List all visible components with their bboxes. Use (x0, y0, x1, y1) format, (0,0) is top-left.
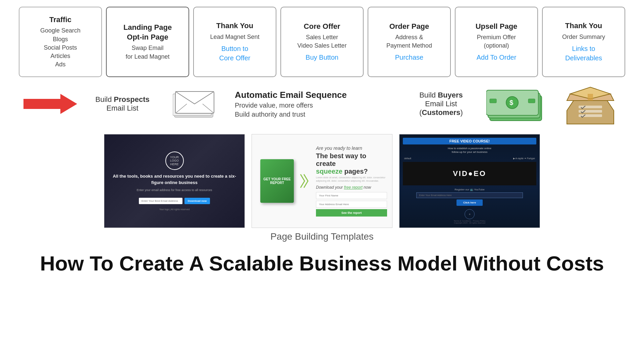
bottom-headline: How To Create A Scalable Business Model … (10, 249, 634, 282)
chevrons-icon (300, 171, 310, 191)
sw-field1[interactable] (316, 192, 387, 199)
coreoffer-subtitle: Sales LetterVideo Sales Letter (298, 33, 347, 50)
sw-headline-italic: Are you ready to learn (316, 145, 387, 151)
svg-rect-12 (528, 99, 535, 103)
sw-title-line1: The best way to create (316, 152, 366, 167)
dark-optin-content: YOUR LOGO HERE All the tools, books and … (104, 134, 245, 228)
coreoffer-highlight: Buy Button (306, 53, 338, 62)
email-icon-container (161, 89, 228, 119)
arrow-container (17, 89, 84, 119)
sv-youtube-bar: default ▶ A-rapite ✦ Partype (403, 157, 536, 161)
sw-small-text: Lorem dolor sit amet, consectetur adipis… (316, 176, 387, 182)
flow-box-coreoffer: Core Offer Sales LetterVideo Sales Lette… (280, 7, 364, 77)
white-squeeze-content: GET YOUR FREE REPORT Are you ready to le… (252, 134, 392, 228)
thankyou2-subtitle: Order Summary (562, 33, 605, 41)
orderpage-title: Order Page (389, 22, 429, 32)
money-icon: $ (486, 85, 547, 122)
sw-download-sub: Download your free report now (316, 185, 387, 190)
sv-email-field[interactable] (416, 192, 523, 198)
flow-box-upsell: Upsell Page Premium Offer(optional) Add … (455, 7, 538, 77)
thankyou1-title: Thank You (216, 21, 253, 31)
screenshots-section: YOUR LOGO HERE All the tools, books and … (10, 134, 634, 228)
auto-email-title: Automatic Email Sequence (235, 90, 396, 100)
email-icon (173, 89, 216, 119)
logo-circle: YOUR LOGO HERE (165, 152, 184, 170)
middle-section: Build ProspectsEmail List Automatic Emai… (10, 80, 634, 127)
sw-title-end: pages? (342, 168, 368, 175)
main-container: Traffic Google SearchBlogsSocial PostsAr… (0, 0, 644, 288)
svg-marker-0 (23, 94, 77, 114)
flow-box-orderpage: Order Page Address &Payment Method Purch… (368, 7, 451, 77)
sv-click-btn[interactable]: Click here (457, 199, 483, 206)
dark-headline: All the tools, books and resources you n… (111, 173, 238, 185)
customers-bold: Customers (422, 108, 461, 117)
thankyou2-highlight: Links toDeliverables (565, 44, 602, 63)
auto-email-section: Automatic Email Sequence Provide value, … (228, 90, 402, 118)
dark-download-btn[interactable]: Download now (184, 198, 210, 204)
traffic-title: Traffic (49, 15, 71, 25)
orderpage-subtitle: Address &Payment Method (386, 33, 432, 50)
sv-logo-circle: ⚙ (465, 209, 475, 219)
sv-video-text: VID●EO (453, 169, 486, 178)
prospects-label: Build ProspectsEmail List (84, 92, 161, 116)
book-text: GET YOUR FREE REPORT (263, 177, 291, 185)
sw-submit-btn[interactable]: See the report (316, 209, 387, 217)
red-arrow-icon (23, 92, 77, 116)
sv-top-bar: FREE VIDEO COURSE! (403, 138, 536, 144)
thankyou2-title: Thank You (565, 21, 602, 31)
money-icon-container: $ (480, 85, 553, 122)
coreoffer-title: Core Offer (304, 22, 340, 32)
sv-subtitle: How to establish a passionate onlinefoll… (448, 146, 491, 154)
upsell-title: Upsell Page (476, 22, 518, 32)
svg-rect-3 (175, 92, 214, 113)
sv-youtube-left: default (404, 157, 411, 160)
dark-form-row: Download now (139, 198, 210, 204)
upsell-subtitle: Premium Offer(optional) (477, 33, 516, 50)
sw-free-report: free report (344, 185, 362, 190)
screenshot-video-course: FREE VIDEO COURSE! How to establish a pa… (399, 134, 540, 228)
page-building-label: Page Building Templates (10, 231, 634, 242)
upsell-highlight: Add To Order (477, 53, 517, 62)
auto-email-sub1: Provide value, more offers (235, 102, 396, 109)
svg-rect-11 (490, 99, 496, 103)
video-course-content: FREE VIDEO COURSE! How to establish a pa… (399, 134, 540, 228)
flow-box-landing: Landing Page Opt-in Page Swap Emailfor L… (106, 7, 189, 77)
sw-title-green: squeeze (316, 168, 342, 175)
buyers-label: Build BuyersEmail List(Customers) (402, 87, 480, 120)
dark-footer: Your logo | All rights reserved (159, 208, 190, 210)
screenshot-white-squeezepage: GET YOUR FREE REPORT Are you ready to le… (252, 134, 392, 228)
flow-box-thankyou1: Thank You Lead Magnet Sent Button toCore… (193, 7, 276, 77)
logo-text: YOUR LOGO HERE (166, 156, 183, 166)
auto-email-sub2: Build authority and trust (235, 111, 396, 118)
sv-footer: Terms & Conditions · Privacy PolicyCopyr… (454, 220, 485, 224)
dark-email-input[interactable] (139, 198, 182, 204)
flow-box-thankyou2: Thank You Order Summary Links toDelivera… (542, 7, 625, 77)
svg-rect-17 (579, 106, 602, 108)
prospects-bold: Prospects (114, 95, 149, 104)
landing-subtitle: Swap Emailfor Lead Magnet (125, 44, 169, 61)
sv-video-area: VID●EO (403, 162, 536, 185)
form-side: Are you ready to learn The best way to c… (313, 145, 387, 216)
sv-youtube-right: ▶ A-rapite ✦ Partype (513, 157, 535, 160)
svg-rect-19 (579, 114, 602, 117)
orderpage-highlight: Purchase (395, 53, 424, 62)
package-icon (564, 80, 617, 127)
dark-subtext: Enter your email address for free access… (137, 188, 212, 192)
thankyou1-highlight: Button toCore Offer (219, 44, 251, 63)
svg-rect-18 (579, 110, 602, 113)
flow-box-traffic: Traffic Google SearchBlogsSocial PostsAr… (19, 7, 102, 77)
box-icon-container (553, 80, 627, 127)
thankyou1-subtitle: Lead Magnet Sent (210, 33, 259, 41)
book-side: GET YOUR FREE REPORT (257, 159, 297, 203)
sv-register-label: Register our 📺 YouTube (454, 188, 484, 191)
book-graphic: GET YOUR FREE REPORT (260, 159, 294, 203)
svg-rect-16 (588, 94, 593, 101)
svg-text:$: $ (509, 99, 513, 106)
sw-field2[interactable] (316, 201, 387, 208)
screenshot-dark-optinpage: YOUR LOGO HERE All the tools, books and … (104, 134, 245, 228)
landing-title: Landing Page Opt-in Page (123, 23, 172, 42)
flow-section: Traffic Google SearchBlogsSocial PostsAr… (10, 7, 634, 77)
traffic-subtitle: Google SearchBlogsSocial PostsArticlesAd… (40, 26, 80, 69)
sw-title: The best way to create squeeze pages? (316, 152, 387, 175)
buyers-bold: Buyers (438, 91, 463, 99)
